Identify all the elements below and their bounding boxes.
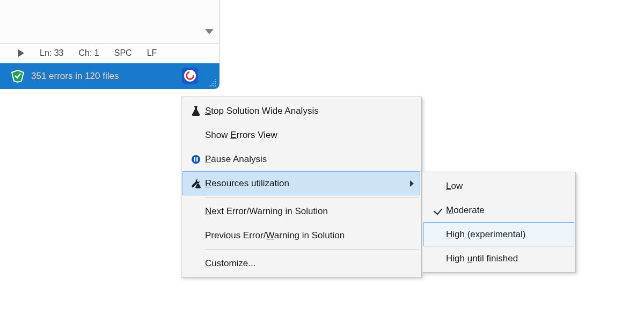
check-icon <box>428 208 446 213</box>
menu-label: Low <box>446 181 568 192</box>
error-count-text[interactable]: 351 errors in 120 files <box>31 71 119 82</box>
menu-stop-analysis[interactable]: Stop Solution Wide Analysis <box>182 99 420 123</box>
status-line[interactable]: Ln: 33 <box>40 48 63 58</box>
menu-label: Moderate <box>446 205 568 216</box>
flask-icon <box>187 106 205 116</box>
menu-separator <box>205 197 419 197</box>
menu-next-error[interactable]: Next Error/Warning in Solution <box>182 199 420 223</box>
status-eol[interactable]: LF <box>147 48 157 58</box>
editor-pane: Ln: 33 Ch: 1 SPC LF 351 errors in 120 fi… <box>0 0 219 89</box>
menu-prev-error[interactable]: Previous Error/Warning in Solution <box>182 223 420 247</box>
submenu-high[interactable]: High (experimental) <box>423 222 574 246</box>
svg-rect-4 <box>196 157 198 162</box>
submenu-low[interactable]: Low <box>423 174 574 198</box>
editor-viewport <box>0 0 219 43</box>
submenu-arrow-icon <box>410 180 414 187</box>
submenu-moderate[interactable]: Moderate <box>423 198 574 222</box>
resize-grip-icon[interactable] <box>208 78 216 87</box>
menu-label: Previous Error/Warning in Solution <box>205 230 414 241</box>
status-col[interactable]: Ch: 1 <box>78 48 99 58</box>
wrench-flask-icon <box>187 178 205 189</box>
svg-marker-0 <box>18 49 24 57</box>
menu-pause-analysis[interactable]: Pause Analysis <box>182 147 420 171</box>
resources-submenu: Low Moderate High (experimental) High un… <box>422 172 576 273</box>
status-bar: Ln: 33 Ch: 1 SPC LF <box>0 43 219 63</box>
menu-label: Resources utilization <box>205 178 410 189</box>
menu-show-errors[interactable]: Show Errors View <box>182 123 420 147</box>
menu-resources-utilization[interactable]: Resources utilization <box>182 171 420 195</box>
analysis-indicator-icon[interactable] <box>182 68 198 84</box>
menu-label: Stop Solution Wide Analysis <box>205 106 414 116</box>
play-icon[interactable] <box>18 49 25 57</box>
analysis-context-menu: Stop Solution Wide Analysis Show Errors … <box>181 97 422 277</box>
menu-separator <box>205 249 419 250</box>
menu-label: Next Error/Warning in Solution <box>205 206 414 217</box>
status-indent[interactable]: SPC <box>114 48 132 58</box>
svg-rect-3 <box>194 157 196 162</box>
menu-label: Customize... <box>205 258 414 269</box>
scroll-down-icon[interactable] <box>205 29 214 34</box>
menu-label: High until finished <box>446 253 568 264</box>
menu-label: High (experimental) <box>446 229 568 240</box>
shield-icon <box>11 69 25 83</box>
analysis-status-bar: 351 errors in 120 files <box>0 63 219 89</box>
submenu-high-until[interactable]: High until finished <box>423 246 574 270</box>
pause-icon <box>187 155 205 164</box>
svg-point-2 <box>192 155 200 164</box>
menu-label: Show Errors View <box>205 130 414 141</box>
menu-label: Pause Analysis <box>205 154 414 165</box>
menu-customize[interactable]: Customize... <box>182 251 420 275</box>
